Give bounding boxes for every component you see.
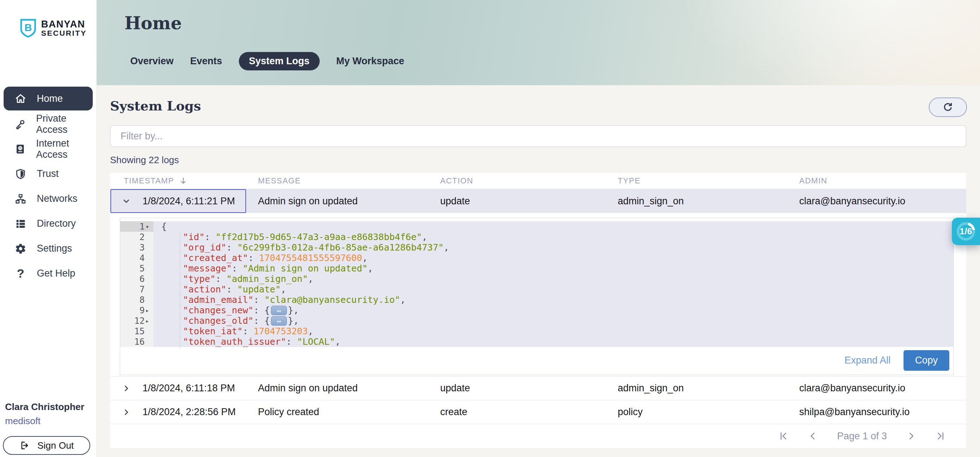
line-number: 12▸	[120, 315, 153, 326]
json-token: "org_id"	[183, 242, 226, 253]
cell-action: update	[440, 196, 618, 207]
collapsed-object-widget[interactable]: ↔	[271, 306, 287, 315]
sidebar-item-label: Networks	[37, 193, 78, 204]
chevron-right-icon[interactable]	[110, 383, 143, 393]
json-token: ,	[308, 326, 313, 336]
sidebar-item-home[interactable]: Home	[3, 87, 93, 110]
question-icon: ?	[14, 266, 27, 280]
json-code-line: "admin_email": "clara@banyansecurity.io"…	[153, 295, 953, 305]
line-number: 9▸	[120, 305, 153, 315]
filter-input[interactable]	[110, 125, 966, 147]
json-token: "update"	[237, 284, 281, 295]
json-code-line: "token_iat": 1704753203,	[153, 326, 953, 336]
cell-timestamp: 1/8/2024, 6:11:21 PM	[143, 196, 258, 207]
tab-my-workspace[interactable]: My Workspace	[336, 52, 404, 70]
cell-type: admin_sign_on	[618, 196, 799, 207]
user-name: Clara Christopher	[5, 401, 84, 412]
sidebar: B BANYAN SECURITY Home Private Access	[0, 0, 97, 457]
chevron-right-icon[interactable]	[110, 407, 143, 417]
next-page-button[interactable]	[906, 431, 916, 441]
cell-admin: clara@banyansecurity.io	[799, 196, 966, 207]
json-viewer-panel: 1▾{2▸"id": "ff2d17b5-9d65-47a3-a9aa-e868…	[120, 218, 954, 375]
sign-out-label: Sign Out	[37, 440, 73, 451]
sign-out-button[interactable]: Sign Out	[3, 436, 90, 455]
last-page-button[interactable]	[935, 431, 946, 441]
cell-message: Policy created	[258, 406, 440, 418]
sidebar-item-networks[interactable]: Networks	[3, 186, 93, 211]
sidebar-item-internet-access[interactable]: Internet Access	[3, 137, 93, 161]
sidebar-item-settings[interactable]: Settings	[3, 236, 93, 261]
line-number: 16▸	[120, 336, 153, 347]
json-token: ,	[444, 242, 449, 253]
json-token: ,	[308, 274, 313, 284]
page-hero: Home Overview Events System Logs My Work…	[97, 0, 980, 85]
json-token: "LOCAL"	[297, 336, 335, 347]
sidebar-item-label: Directory	[37, 218, 76, 229]
sidebar-item-private-access[interactable]: Private Access	[3, 111, 93, 137]
json-token: "created_at"	[183, 253, 248, 263]
table-row[interactable]: 1/8/2024, 6:11:18 PM Admin sign on updat…	[110, 376, 966, 400]
column-header-timestamp[interactable]: TIMESTAMP	[110, 176, 258, 186]
tab-system-logs[interactable]: System Logs	[239, 52, 320, 70]
json-token: "6c299fb3-012a-4fb6-85ae-a6a1286b4737"	[237, 242, 444, 253]
cell-action: create	[440, 406, 618, 418]
json-token: ,	[335, 336, 340, 347]
brand-name-line1: BANYAN	[41, 19, 87, 30]
indent-guide	[161, 263, 183, 274]
indent-guide	[161, 232, 183, 242]
line-number: 15▸	[120, 326, 153, 336]
sidebar-item-label: Trust	[37, 168, 59, 179]
system-logs-table: TIMESTAMP MESSAGE ACTION TYPE ADMIN 1/8/…	[110, 173, 966, 448]
tab-events[interactable]: Events	[190, 52, 222, 70]
network-icon	[14, 193, 27, 205]
json-code-line: "changes_new": {↔},	[153, 305, 953, 315]
column-header-action[interactable]: ACTION	[440, 176, 618, 186]
cell-timestamp: 1/8/2024, 2:28:56 PM	[143, 406, 258, 418]
refresh-icon	[942, 101, 954, 113]
sidebar-item-label: Home	[37, 93, 63, 104]
json-token: "admin_sign_on"	[226, 274, 308, 284]
column-header-admin[interactable]: ADMIN	[799, 176, 966, 186]
sidebar-item-get-help[interactable]: ? Get Help	[3, 261, 93, 286]
fold-open-icon[interactable]: ▾	[145, 223, 151, 230]
json-token: "changes_old"	[183, 315, 254, 326]
refresh-button[interactable]	[929, 97, 967, 117]
json-editor: 1▾{2▸"id": "ff2d17b5-9d65-47a3-a9aa-e868…	[120, 221, 953, 347]
json-token: ,	[400, 295, 406, 305]
page-title: Home	[124, 13, 182, 33]
user-org: medisoft	[5, 416, 84, 427]
line-number: 2▸	[120, 232, 153, 242]
banyan-shield-icon: B	[20, 19, 36, 38]
column-header-type[interactable]: TYPE	[618, 176, 799, 186]
sidebar-item-label: Private Access	[36, 113, 93, 135]
copy-button[interactable]: Copy	[904, 350, 949, 371]
chevron-down-icon[interactable]	[110, 196, 143, 206]
table-row[interactable]: 1/8/2024, 6:11:21 PM Admin sign on updat…	[110, 189, 966, 213]
expand-all-link[interactable]: Expand All	[844, 355, 891, 366]
line-number: 6▸	[120, 274, 153, 284]
tab-overview[interactable]: Overview	[130, 52, 173, 70]
sidebar-item-directory[interactable]: Directory	[3, 211, 93, 236]
first-page-button[interactable]	[778, 431, 789, 441]
json-token: : {	[254, 315, 270, 326]
walkthrough-progress-badge[interactable]: 1/6	[952, 218, 980, 245]
sidebar-item-trust[interactable]: Trust	[3, 161, 93, 186]
json-token: :	[215, 274, 226, 284]
collapsed-object-widget[interactable]: ↔	[271, 316, 287, 326]
fold-closed-icon[interactable]: ▸	[145, 307, 151, 314]
table-row[interactable]: 1/8/2024, 2:28:56 PM Policy created crea…	[110, 400, 966, 424]
json-token: "type"	[183, 274, 215, 284]
json-token: ,	[368, 263, 373, 274]
prev-page-button[interactable]	[808, 431, 818, 441]
json-token: :	[243, 326, 254, 336]
fold-closed-icon[interactable]: ▸	[145, 317, 151, 325]
json-token: : {	[254, 305, 270, 315]
json-code-line: "id": "ff2d17b5-9d65-47a3-a9aa-e86838bb4…	[153, 232, 953, 242]
json-token: ,	[422, 232, 427, 242]
column-header-message[interactable]: MESSAGE	[258, 176, 440, 186]
line-number: 3▸	[120, 242, 153, 253]
json-token: },	[288, 315, 299, 326]
pagination-bar: Page 1 of 3	[110, 424, 966, 448]
json-token: {	[161, 221, 167, 232]
cell-message: Admin sign on updated	[258, 196, 440, 207]
